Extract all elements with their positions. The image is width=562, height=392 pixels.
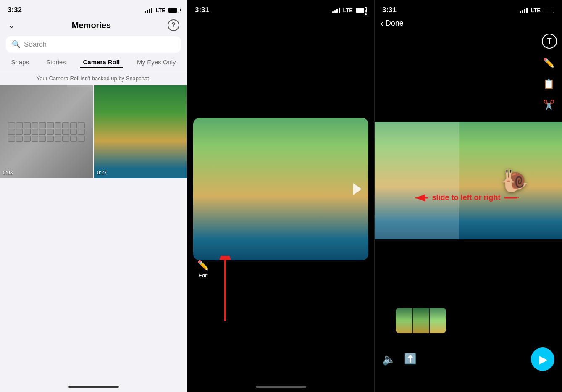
battery-icon-1 — [168, 8, 179, 13]
right-arrow-icon — [504, 194, 519, 202]
tab-snaps[interactable]: Snaps — [8, 57, 32, 68]
help-button[interactable]: ? — [168, 19, 179, 31]
timeline-frame-3 — [430, 308, 446, 333]
search-icon: 🔍 — [12, 40, 21, 49]
signal-bars-3 — [520, 7, 528, 13]
lte-label-2: LTE — [343, 7, 353, 13]
slide-text: slide to left or right — [432, 193, 500, 202]
timeline-frame-2 — [413, 308, 429, 333]
audio-button[interactable]: 🔈 — [382, 353, 396, 366]
lte-label-1: LTE — [155, 7, 165, 13]
thumb1-duration: 0:03 — [3, 170, 13, 176]
chevron-left-icon: ‹ — [381, 18, 383, 28]
timeline-strip[interactable] — [396, 308, 446, 333]
search-input[interactable]: Search — [24, 40, 47, 49]
slide-instruction: slide to left or right — [396, 193, 537, 202]
status-icons-3: LTE — [520, 7, 554, 13]
play-button[interactable] — [353, 183, 362, 195]
signal-bars-1 — [145, 7, 152, 13]
red-arrow-svg — [210, 256, 244, 323]
status-bar-3: 3:31 LTE — [375, 0, 562, 17]
search-bar[interactable]: 🔍 Search — [6, 36, 181, 53]
screen-video-editor: 3:31 LTE ‹ Done T ✏️ 📋 ✂️ ♪ 📎 ⊞ ⊕ — [375, 0, 562, 392]
camera-roll-notice: Your Camera Roll isn't backed up by Snap… — [0, 71, 187, 84]
lte-label-3: LTE — [530, 7, 541, 13]
dot-1 — [365, 7, 367, 8]
edit-button[interactable]: ✏️ Edit — [197, 260, 209, 279]
annotation-arrow — [210, 256, 244, 325]
send-button[interactable]: ▶ — [531, 347, 554, 371]
snail-speed-icon[interactable]: 🐌 — [501, 168, 528, 194]
status-bar-1: 3:32 LTE — [0, 0, 187, 17]
thumbnail-beach[interactable]: 0:27 — [94, 85, 187, 178]
memories-title: Memories — [72, 21, 111, 30]
memories-header: ⌄ Memories ? — [0, 17, 187, 34]
screen-video-player: 3:31 LTE ✏️ Edit — [187, 0, 375, 392]
audio-share-group: 🔈 ⬆️ — [382, 353, 417, 366]
thumbnails-grid: 0:03 0:27 — [0, 84, 187, 178]
more-options-button[interactable] — [365, 7, 367, 15]
screen-memories: 3:32 LTE ⌄ Memories ? 🔍 Search Snaps Sto… — [0, 0, 187, 392]
bottom-controls: 🔈 ⬆️ ▶ — [375, 347, 562, 371]
clipboard-tool-button[interactable]: 📋 — [542, 77, 555, 91]
done-label: Done — [386, 19, 404, 28]
battery-icon-3 — [544, 8, 554, 13]
status-icons-1: LTE — [145, 7, 179, 13]
status-icons-2: LTE — [332, 7, 367, 13]
dot-2 — [365, 10, 367, 12]
done-button[interactable]: ‹ Done — [381, 18, 404, 28]
tab-my-eyes-only[interactable]: My Eyes Only — [134, 57, 179, 68]
thumbnail-keyboard[interactable]: 0:03 — [0, 85, 93, 178]
video-frame[interactable] — [193, 118, 368, 260]
video-edit-area[interactable]: 🐌 — [375, 122, 562, 239]
text-tool-button[interactable]: T — [542, 34, 557, 49]
chevron-down-icon[interactable]: ⌄ — [8, 20, 15, 31]
scissors-tool-button[interactable]: ✂️ — [542, 98, 555, 112]
left-arrow-icon — [414, 194, 428, 202]
status-bar-2: 3:31 LTE — [187, 0, 374, 17]
timeline-frame-1 — [396, 308, 412, 333]
home-indicator-1 — [68, 386, 119, 388]
send-arrow-icon: ▶ — [539, 353, 548, 366]
share-button[interactable]: ⬆️ — [404, 353, 417, 366]
status-time-2: 3:31 — [195, 6, 209, 14]
signal-bars-2 — [332, 7, 340, 13]
editor-top-bar: ‹ Done — [375, 17, 562, 32]
dot-3 — [365, 13, 367, 15]
tabs-row: Snaps Stories Camera Roll My Eyes Only — [0, 57, 187, 71]
edit-pencil-icon: ✏️ — [197, 260, 209, 271]
beach-video-frame: 🐌 — [375, 122, 562, 239]
edit-label: Edit — [198, 272, 207, 279]
speed-overlay — [375, 122, 459, 239]
keyboard-visual — [5, 119, 88, 145]
pencil-tool-button[interactable]: ✏️ — [542, 56, 555, 70]
tab-stories[interactable]: Stories — [43, 57, 69, 68]
tab-camera-roll[interactable]: Camera Roll — [80, 57, 123, 68]
home-indicator-2 — [256, 386, 306, 388]
thumb2-duration: 0:27 — [97, 170, 107, 176]
status-time-1: 3:32 — [8, 6, 22, 14]
status-time-3: 3:31 — [382, 6, 397, 14]
